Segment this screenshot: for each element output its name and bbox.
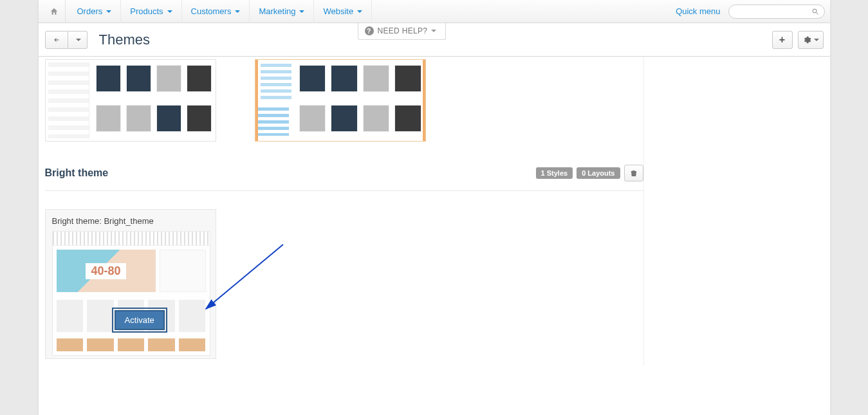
app-window: ? NEED HELP? Orders Products Customers M…: [39, 0, 830, 415]
top-nav: Orders Products Customers Marketing Webs…: [39, 0, 830, 23]
caret-down-icon: [431, 30, 436, 32]
svg-point-0: [813, 9, 817, 13]
search-icon: [811, 8, 819, 15]
caret-down-icon: [167, 10, 172, 13]
caret-down-icon: [299, 10, 304, 13]
home-icon[interactable]: [44, 0, 66, 23]
menu-label: Customers: [191, 6, 232, 16]
caret-down-icon: [106, 10, 111, 13]
caret-down-icon: [235, 10, 240, 13]
need-help-tab[interactable]: ? NEED HELP?: [358, 23, 447, 40]
banner-number: 40-80: [86, 263, 125, 279]
question-icon: ?: [365, 26, 374, 35]
menu-customers[interactable]: Customers: [182, 0, 250, 23]
delete-theme-button[interactable]: [624, 165, 643, 181]
search-input[interactable]: [728, 5, 825, 19]
content-area: Bright theme 1 Styles 0 Layouts Bright t…: [39, 57, 830, 391]
menu-products[interactable]: Products: [121, 0, 181, 23]
activate-button[interactable]: Activate: [115, 310, 165, 330]
back-button-group: [45, 31, 88, 49]
main-menu: Orders Products Customers Marketing Webs…: [68, 0, 373, 23]
theme-section-title: Bright theme: [45, 167, 109, 179]
page-title: Themes: [99, 32, 150, 48]
back-button[interactable]: [45, 31, 68, 49]
layouts-badge[interactable]: 0 Layouts: [577, 167, 620, 179]
svg-line-1: [816, 12, 818, 14]
existing-themes-row: [45, 57, 643, 161]
caret-down-icon: [814, 39, 819, 41]
theme-thumbnail[interactable]: [45, 59, 216, 142]
theme-thumbnail[interactable]: [255, 59, 426, 142]
settings-button[interactable]: [798, 31, 824, 49]
right-sidebar: [643, 57, 824, 365]
theme-section-header: Bright theme 1 Styles 0 Layouts: [45, 161, 643, 191]
menu-label: Orders: [77, 6, 103, 16]
svg-line-2: [206, 244, 283, 309]
add-button[interactable]: +: [772, 31, 793, 49]
theme-card-title: Bright theme: Bright_theme: [52, 216, 209, 226]
menu-label: Marketing: [259, 6, 295, 16]
trash-icon: [630, 169, 638, 178]
gear-icon: [802, 35, 811, 44]
caret-down-icon: [357, 10, 362, 13]
styles-badge[interactable]: 1 Styles: [536, 167, 573, 179]
caret-down-icon: [76, 39, 81, 41]
menu-label: Products: [130, 6, 163, 16]
quick-menu-link[interactable]: Quick menu: [676, 6, 720, 16]
menu-orders[interactable]: Orders: [68, 0, 122, 23]
theme-card: Bright theme: Bright_theme 40-80 Activat…: [45, 209, 216, 359]
need-help-label: NEED HELP?: [378, 26, 428, 35]
menu-label: Website: [323, 6, 353, 16]
menu-website[interactable]: Website: [314, 0, 372, 23]
back-history-dropdown[interactable]: [68, 31, 88, 49]
theme-preview[interactable]: 40-80 Activate: [52, 231, 210, 356]
menu-marketing[interactable]: Marketing: [250, 0, 314, 23]
